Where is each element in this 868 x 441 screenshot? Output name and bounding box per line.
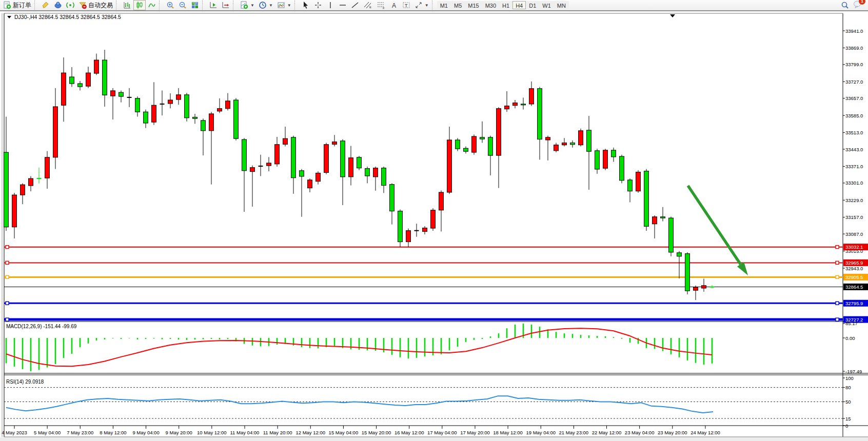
hline-handle[interactable] bbox=[6, 275, 9, 278]
separator bbox=[432, 1, 436, 10]
arrows-tool-button[interactable]: ▼ bbox=[412, 0, 431, 10]
candle-body bbox=[431, 210, 436, 228]
chart-shift-button[interactable] bbox=[220, 0, 232, 10]
macd-label: MACD(12,26,9) -151.44 -99.69 bbox=[6, 324, 77, 329]
timeframe-button-m30[interactable]: M30 bbox=[482, 1, 499, 9]
candle-body bbox=[119, 92, 124, 96]
candle-body bbox=[209, 114, 214, 131]
tile-windows-icon bbox=[191, 1, 199, 9]
candle-body bbox=[275, 145, 280, 164]
vline-tool-button[interactable] bbox=[324, 0, 337, 10]
signals-button[interactable] bbox=[64, 0, 76, 10]
price-tick-label: 33657.0 bbox=[845, 95, 863, 101]
cursor-tool-button[interactable] bbox=[300, 0, 312, 10]
timeframe-button-h4[interactable]: H4 bbox=[512, 1, 526, 9]
candle-body bbox=[702, 286, 706, 288]
rsi-tick-label: 100 bbox=[845, 375, 854, 381]
hline-tool-button[interactable] bbox=[337, 0, 349, 10]
candle-body bbox=[357, 157, 362, 168]
candle-body bbox=[316, 173, 321, 181]
time-tick-label: 17 May 20:00 bbox=[460, 430, 490, 435]
candlestick-chart-button[interactable] bbox=[133, 0, 146, 10]
equidistant-channel-icon: E bbox=[363, 1, 372, 9]
candle-body bbox=[373, 168, 378, 177]
new-order-icon bbox=[3, 1, 11, 9]
candle-doji bbox=[259, 166, 263, 167]
indicators-button[interactable]: ▼ bbox=[238, 0, 257, 10]
hline-handle[interactable] bbox=[6, 302, 9, 305]
toolbar: 新订单 自动交易 bbox=[0, 0, 868, 11]
crosshair-icon bbox=[314, 1, 322, 9]
hline-handle[interactable] bbox=[6, 246, 9, 249]
zoom-out-button[interactable] bbox=[176, 0, 189, 10]
price-tick-label: 33157.0 bbox=[845, 214, 863, 220]
candle-body bbox=[538, 89, 542, 139]
svg-text:A: A bbox=[392, 2, 396, 9]
editor-button[interactable] bbox=[52, 0, 64, 10]
timeframe-button-h1[interactable]: H1 bbox=[499, 1, 512, 9]
cursor-icon bbox=[302, 1, 310, 9]
timeframe-button-d1[interactable]: D1 bbox=[526, 1, 539, 9]
candle-body bbox=[562, 143, 567, 145]
candle-body bbox=[308, 180, 312, 188]
current-price-badge-label: 32864.5 bbox=[845, 284, 863, 290]
timeframe-button-m15[interactable]: M15 bbox=[465, 1, 482, 9]
candle-body bbox=[447, 140, 452, 192]
hline-handle[interactable] bbox=[836, 261, 839, 264]
rsi-tick-label: 80 bbox=[845, 385, 851, 390]
hline-handle[interactable] bbox=[836, 275, 839, 278]
new-order-label: 新订单 bbox=[13, 1, 31, 10]
hline-handle[interactable] bbox=[6, 261, 9, 264]
price-tick-label: 33585.0 bbox=[845, 113, 863, 118]
separator bbox=[34, 1, 38, 10]
hline-handle[interactable] bbox=[836, 302, 839, 305]
hline-handle[interactable] bbox=[836, 318, 839, 321]
time-tick-label: 7 May 23:00 bbox=[67, 430, 93, 435]
chart-canvas[interactable]: 33941.033869.033799.033727.033657.033585… bbox=[0, 0, 868, 441]
separator bbox=[233, 1, 237, 10]
price-tick-label: 33869.0 bbox=[845, 45, 863, 51]
hline-handle[interactable] bbox=[6, 318, 9, 321]
macd-tick-label: 85.17 bbox=[845, 320, 858, 326]
hline-handle[interactable] bbox=[836, 246, 839, 249]
timeframe-button-w1[interactable]: W1 bbox=[539, 1, 554, 9]
label-tool-button[interactable]: T bbox=[400, 0, 412, 10]
candle-body bbox=[480, 137, 485, 139]
time-tick-label: 19 May 04:00 bbox=[526, 430, 556, 435]
separator bbox=[116, 1, 120, 10]
timeframe-button-m5[interactable]: M5 bbox=[451, 1, 465, 9]
tile-windows-button[interactable] bbox=[189, 0, 201, 10]
svg-text:F: F bbox=[383, 7, 385, 10]
candle-body bbox=[103, 60, 107, 95]
status-strip bbox=[0, 437, 868, 441]
zoom-out-icon bbox=[179, 1, 187, 9]
auto-trading-icon bbox=[78, 1, 87, 9]
candle-body bbox=[45, 157, 50, 178]
fibonacci-tool-button[interactable]: F bbox=[374, 0, 388, 10]
bar-chart-button[interactable] bbox=[121, 0, 133, 10]
channel-tool-button[interactable]: E bbox=[361, 0, 374, 10]
tool-yellow-button[interactable] bbox=[40, 0, 52, 10]
crosshair-tool-button[interactable] bbox=[312, 0, 324, 10]
candle-body bbox=[636, 172, 641, 191]
periods-button[interactable]: ▼ bbox=[257, 0, 275, 10]
timeframe-button-mn[interactable]: MN bbox=[554, 1, 569, 9]
auto-trading-button[interactable]: 自动交易 bbox=[76, 0, 115, 10]
zoom-in-button[interactable] bbox=[164, 0, 176, 10]
candle-body bbox=[185, 95, 189, 118]
search-icon[interactable] bbox=[841, 1, 849, 9]
templates-button[interactable]: ▼ bbox=[275, 0, 293, 10]
candle-body bbox=[554, 145, 559, 151]
timeframe-button-m1[interactable]: M1 bbox=[437, 1, 451, 9]
auto-scroll-button[interactable] bbox=[207, 0, 220, 10]
auto-trading-label: 自动交易 bbox=[88, 1, 113, 10]
text-tool-button[interactable]: A bbox=[388, 0, 400, 10]
new-order-button[interactable]: 新订单 bbox=[1, 0, 33, 10]
trendline-tool-button[interactable] bbox=[349, 0, 361, 10]
candle-body bbox=[86, 73, 91, 86]
candle-body bbox=[677, 253, 682, 256]
chat-button[interactable]: 1 bbox=[853, 0, 862, 10]
price-tick-label: 33799.0 bbox=[845, 62, 863, 67]
candle-body bbox=[4, 152, 9, 227]
line-chart-button[interactable] bbox=[146, 0, 158, 10]
